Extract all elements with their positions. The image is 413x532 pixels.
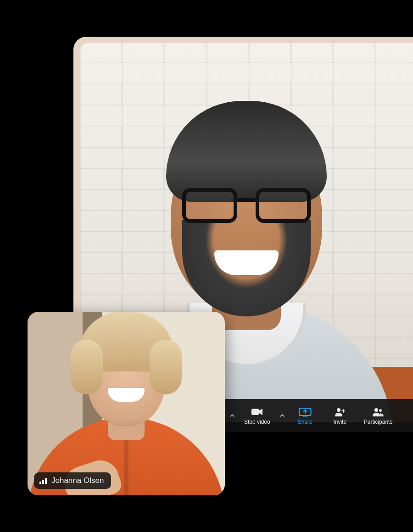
chevron-up-icon	[229, 413, 235, 418]
invite-label: Invite	[333, 419, 346, 425]
signal-strength-icon	[39, 477, 47, 484]
video-options-chevron[interactable]	[278, 413, 287, 418]
share-label: Share	[298, 419, 313, 425]
svg-point-3	[337, 408, 340, 412]
chevron-up-icon	[279, 413, 285, 418]
svg-point-5	[379, 409, 382, 412]
pip-video-tile[interactable]: Johanna Olsen	[28, 312, 225, 495]
svg-rect-0	[251, 409, 259, 415]
share-screen-button[interactable]: Share	[289, 404, 322, 427]
call-toolbar: Stop video Share Invite	[225, 399, 413, 432]
invite-button[interactable]: Invite	[324, 404, 357, 427]
svg-point-4	[374, 408, 378, 412]
participant-name-badge: Johanna Olsen	[34, 472, 111, 489]
stop-video-button[interactable]: Stop video	[239, 404, 276, 427]
svg-rect-2	[303, 416, 307, 417]
participants-button[interactable]: Participants	[358, 404, 398, 427]
participants-label: Participants	[364, 419, 393, 425]
stop-video-label: Stop video	[244, 419, 270, 425]
participant-name: Johanna Olsen	[51, 476, 104, 485]
share-screen-icon	[299, 407, 312, 417]
toolbar-options-left[interactable]	[228, 413, 237, 418]
video-camera-icon	[251, 407, 263, 417]
invite-person-icon	[335, 407, 346, 417]
participants-icon	[372, 407, 384, 417]
